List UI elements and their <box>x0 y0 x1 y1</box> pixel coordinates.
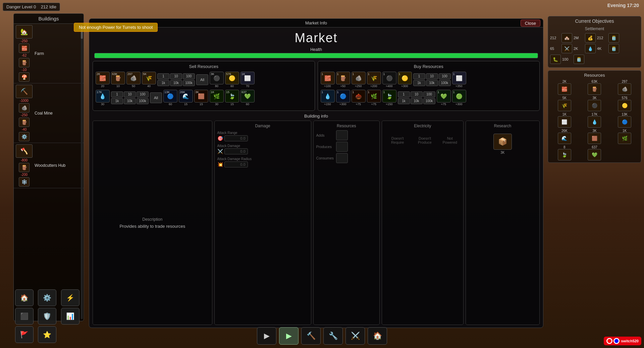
health-section: Health <box>89 47 543 61</box>
buy-green-icon: 1 🍃 <box>382 90 396 102</box>
gear-button[interactable]: ⚙️ <box>38 289 56 306</box>
lightning-button[interactable]: ⚡ <box>61 289 79 306</box>
sell-qty-100kb[interactable]: 100k <box>137 98 149 104</box>
sell-blue1-icon: 13K 🔵 <box>163 90 177 102</box>
sell-silver-icon: 1K ⬜ <box>240 72 255 84</box>
buy-brown1[interactable]: 1 🌰 ≈75 <box>352 90 366 106</box>
wrench-button[interactable]: 🔧 <box>323 327 343 345</box>
res-cell-brick: 2K 🧱 <box>550 80 579 95</box>
buy-qty-100k[interactable]: 100k <box>439 80 451 86</box>
buy-gem1[interactable]: 1 💚 ≈75 <box>437 90 451 106</box>
electricity-panel: Electricity Doesn't Require Doesn't Prod… <box>382 121 464 325</box>
res-cell-green: 1K 🌿 <box>610 129 639 144</box>
shield-button[interactable]: 🛡️ <box>38 308 56 325</box>
sell-green2[interactable]: 15 🍃 15 <box>225 90 239 106</box>
buy-qty-100kb[interactable]: 100k <box>423 98 435 104</box>
sell-green1[interactable]: 1K 🌿 30 <box>210 90 224 106</box>
sidebar-scrollbar[interactable] <box>81 25 83 319</box>
home-button[interactable]: 🏠 <box>368 327 387 345</box>
sett-icon-4: ⚔️ <box>561 44 572 53</box>
building-farm[interactable]: 🏡 -250 🧱 -62 🪵 -10 🍄 Farm <box>14 24 84 83</box>
buy-wood[interactable]: 1 🪵 ≈50 <box>336 72 350 88</box>
buy-water[interactable]: 1 💧 ≈150 <box>321 90 335 106</box>
buy-row-1: 1 🧱 ≈100 1 🪵 ≈50 1 🪨 <box>321 72 537 88</box>
sell-gem[interactable]: 637 💚 60 <box>240 90 255 106</box>
sell-qty-10kb[interactable]: 10k <box>124 98 136 104</box>
chart-button[interactable]: 📊 <box>61 308 79 325</box>
building-coal-mine[interactable]: ⛏️ -1000 🪨 -250 🪵 -40 ⚙️ Coal Mine <box>14 83 84 143</box>
sell-blue2[interactable]: 26K 🌊 15 <box>179 90 193 106</box>
res-cell-grain: 5K 🌾 <box>550 96 579 111</box>
sell-water[interactable]: 17K 💧 30 <box>96 90 110 106</box>
close-button[interactable]: Close <box>521 19 540 26</box>
buy-grain-icon: 1 🌾 <box>367 72 381 84</box>
sell-qty-100b[interactable]: 100 <box>137 91 149 97</box>
sell-qty-10b[interactable]: 10 <box>124 91 136 97</box>
cube-button[interactable]: ⬛ <box>15 308 34 325</box>
sett-count-3: 212 <box>597 36 607 40</box>
hammer-button[interactable]: 🔨 <box>301 327 321 345</box>
house-button[interactable]: 🏠 <box>15 289 34 306</box>
sell-qty-1[interactable]: 1 <box>157 73 169 79</box>
res-icon-stone: 🪨 <box>618 83 631 95</box>
play-button[interactable]: ▶ <box>279 327 299 345</box>
buy-gold[interactable]: 1 🟡 ≈300 <box>398 72 412 88</box>
resources-title: Resources <box>550 73 639 78</box>
buy-qty-1b[interactable]: 1 <box>398 91 410 97</box>
building-woodcutters[interactable]: 🪓 -800 🪵 -200 ❄️ Woodcutters Hub <box>14 143 84 188</box>
sell-gold[interactable]: 576 🟡 60 <box>225 72 239 88</box>
sell-silver[interactable]: 1K ⬜ 70 <box>240 72 255 88</box>
n-circle-right <box>613 338 620 344</box>
buy-grain[interactable]: 1 🌾 ≈200 <box>367 72 381 88</box>
buy-water-count: ≈150 <box>324 102 331 106</box>
buy-brown2[interactable]: 1 🌿 ≈75 <box>367 90 381 106</box>
sell-coal[interactable]: 3K ⚫ 80 <box>210 72 224 88</box>
sell-blue1[interactable]: 13K 🔵 60 <box>163 90 177 106</box>
buy-stone[interactable]: 1 🪨 ≈250 <box>352 72 366 88</box>
buy-qty-100[interactable]: 100 <box>439 73 451 79</box>
sword-button[interactable]: ⚔️ <box>345 327 365 345</box>
sell-all-btn[interactable]: All <box>196 74 208 85</box>
buy-qty-1[interactable]: 1 <box>413 73 425 79</box>
buy-blue[interactable]: 1 🔵 ≈300 <box>336 90 350 106</box>
buy-wood-count: ≈50 <box>340 84 345 88</box>
buy-silver[interactable]: 1 ⬜ ≈350 <box>452 72 466 88</box>
star-button[interactable]: ⭐ <box>38 326 56 343</box>
buy-qty-10b[interactable]: 10 <box>411 91 423 97</box>
sell-all-btn-2[interactable]: All <box>150 92 162 103</box>
sell-brown[interactable]: 3K 🟫 15 <box>194 90 208 106</box>
sell-qty-100[interactable]: 100 <box>183 73 195 79</box>
flag-button[interactable]: 🚩 <box>15 326 34 343</box>
buy-coal[interactable]: 1 ⚫ ≈400 <box>382 72 396 88</box>
buy-qty-10k[interactable]: 10k <box>426 80 438 86</box>
buy-grain-count: ≈200 <box>371 84 377 88</box>
sett-count-7: 100 <box>562 57 572 61</box>
sell-gold-icon: 576 🟡 <box>225 72 239 84</box>
research-icon[interactable]: 📦 <box>493 134 512 150</box>
sell-qty-1k[interactable]: 1k <box>157 80 169 86</box>
sell-qty-10k[interactable]: 10k <box>170 80 182 86</box>
buy-qty-1kb[interactable]: 1k <box>398 98 410 104</box>
sell-qty-100k[interactable]: 100k <box>183 80 195 86</box>
buy-brick[interactable]: 1 🧱 ≈100 <box>321 72 335 88</box>
attack-damage-value: 0.0 <box>224 148 248 154</box>
sett-count-1: 212 <box>550 36 560 40</box>
sell-water-count: 30 <box>101 102 104 106</box>
sell-qty-10[interactable]: 10 <box>170 73 182 79</box>
sell-stone[interactable]: 297 🪨 50 <box>126 72 141 88</box>
buildings-list: 🏡 -250 🧱 -62 🪵 -10 🍄 Farm ⛏️ -1000 🪨 -25… <box>14 24 84 321</box>
buy-gem2[interactable]: 1 🟢 ≈300 <box>452 90 466 106</box>
buy-qty-10[interactable]: 10 <box>426 73 438 79</box>
sell-brick[interactable]: 2K 🧱 20 <box>96 72 110 88</box>
sell-qty-1b[interactable]: 1 <box>111 91 123 97</box>
sell-grain[interactable]: 5K 🌾 40 <box>142 72 156 88</box>
buy-green[interactable]: 1 🍃 ≈150 <box>382 90 396 106</box>
buy-qty-1k[interactable]: 1k <box>413 80 425 86</box>
building-info-title: Building info <box>93 114 540 119</box>
sett-icon-7: 🐛 <box>550 55 561 64</box>
pause-button[interactable]: ▶ <box>257 327 276 345</box>
sell-qty-1kb[interactable]: 1k <box>111 98 123 104</box>
buy-qty-100b[interactable]: 100 <box>423 91 435 97</box>
buy-qty-10kb[interactable]: 10k <box>411 98 423 104</box>
sell-wood[interactable]: 63K 🪵 10 <box>111 72 125 88</box>
